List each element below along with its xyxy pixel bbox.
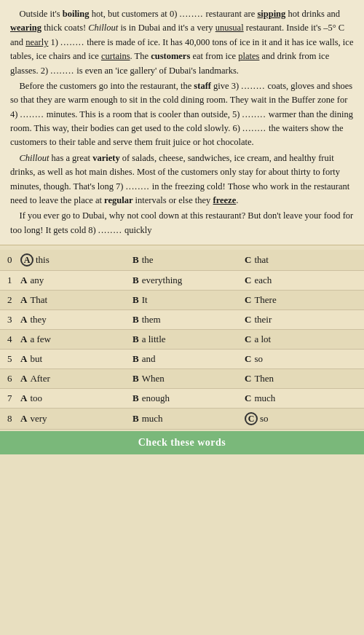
answer-col-1-a[interactable]: A any: [20, 275, 132, 286]
answer-letter-4-b: B: [132, 334, 139, 345]
answer-col-3-c[interactable]: C their: [245, 314, 357, 326]
answer-text-4-c: a lot: [254, 334, 271, 345]
answer-col-8-c[interactable]: C so: [245, 412, 357, 425]
answer-number-1: 1: [7, 275, 20, 286]
answer-col-5-a[interactable]: A but: [20, 353, 132, 365]
answer-letter-3-a: A: [20, 314, 27, 326]
answer-row-0: 0 A this B the C that: [0, 250, 364, 271]
answer-letter-7-a: A: [20, 393, 27, 404]
answer-col-7-a[interactable]: A too: [20, 393, 132, 404]
answer-col-7-b[interactable]: B enough: [132, 393, 245, 404]
answer-number-3: 3: [7, 314, 20, 326]
answer-letter-2-b: B: [132, 294, 139, 306]
answer-col-5-c[interactable]: C so: [245, 353, 357, 365]
answer-text-5-c: so: [254, 353, 263, 365]
answer-letter-7-c: C: [245, 393, 251, 404]
answer-col-5-b[interactable]: B and: [132, 353, 245, 365]
answer-col-6-c[interactable]: C Then: [245, 373, 357, 384]
answer-col-2-a[interactable]: A That: [20, 294, 132, 306]
answer-col-0-b[interactable]: B the: [132, 254, 245, 266]
answer-col-3-a[interactable]: A they: [20, 314, 132, 326]
answer-row-3: 3 A they B them C their: [0, 310, 364, 330]
answer-text-1-a: any: [30, 275, 44, 286]
answer-letter-2-c: C: [245, 294, 251, 306]
answer-letter-0-b: B: [132, 254, 139, 266]
answer-text-8-c: so: [260, 413, 269, 425]
answer-text-2-c: There: [254, 294, 276, 306]
answer-letter-6-c: C: [245, 373, 251, 384]
answer-letter-0-c: C: [245, 254, 251, 266]
answer-text-1-b: everything: [142, 275, 183, 286]
answer-text-8-a: very: [30, 413, 47, 425]
answer-row-1: 1 A any B everything C each: [0, 271, 364, 291]
answer-col-0-a[interactable]: A this: [20, 253, 132, 267]
check-words-bar[interactable]: Check these words: [0, 431, 364, 454]
answer-col-6-a[interactable]: A After: [20, 373, 132, 384]
answer-letter-2-a: A: [20, 294, 27, 306]
answer-col-4-a[interactable]: A a few: [20, 334, 132, 345]
text-passage: Outside it's boiling hot, but customers …: [0, 0, 364, 245]
answer-row-2: 2 A That B It C There: [0, 291, 364, 310]
answer-row-8: 8 A very B much C so: [0, 409, 364, 430]
answer-text-5-a: but: [30, 353, 42, 365]
circle-a-0: A: [20, 253, 33, 267]
answer-col-8-a[interactable]: A very: [20, 413, 132, 425]
paragraph-1: Outside it's boiling hot, but customers …: [10, 7, 354, 78]
answer-col-7-c[interactable]: C much: [245, 393, 357, 404]
answer-row-5: 5 A but B and C so: [0, 350, 364, 369]
answers-section: 0 A this B the C that 1 A any B eve: [0, 245, 364, 430]
paragraph-2: Before the customers go into the restaur…: [10, 79, 354, 150]
answer-text-8-b: much: [142, 413, 163, 425]
answer-letter-4-c: C: [245, 334, 251, 345]
answer-letter-4-a: A: [20, 334, 27, 345]
answer-number-5: 5: [7, 353, 20, 365]
answer-col-1-b[interactable]: B everything: [132, 275, 245, 286]
answer-text-6-c: Then: [254, 373, 274, 384]
answer-text-1-c: each: [254, 275, 272, 286]
answer-number-4: 4: [7, 334, 20, 345]
answer-col-1-c[interactable]: C each: [245, 275, 357, 286]
answer-letter-8-b: B: [132, 413, 139, 425]
answer-col-0-c[interactable]: C that: [245, 254, 357, 266]
answer-col-3-b[interactable]: B them: [132, 314, 245, 326]
answer-text-7-a: too: [30, 393, 42, 404]
answer-col-2-c[interactable]: C There: [245, 294, 357, 306]
answer-col-2-b[interactable]: B It: [132, 294, 245, 306]
answer-col-4-c[interactable]: C a lot: [245, 334, 357, 345]
answer-letter-3-b: B: [132, 314, 139, 326]
answer-text-3-b: them: [142, 314, 161, 326]
answer-letter-3-c: C: [245, 314, 251, 326]
answer-number-8: 8: [7, 413, 20, 425]
answer-col-6-b[interactable]: B When: [132, 373, 245, 384]
answer-text-0-b: the: [142, 254, 154, 266]
answer-letter-1-b: B: [132, 275, 139, 286]
answer-text-0-a: this: [36, 254, 50, 266]
answer-text-3-c: their: [254, 314, 272, 326]
answer-number-0: 0: [7, 254, 20, 266]
answer-letter-6-a: A: [20, 373, 27, 384]
answer-letter-1-c: C: [245, 275, 251, 286]
answer-letter-5-c: C: [245, 353, 251, 365]
answer-text-2-a: That: [30, 294, 47, 306]
paragraph-4: If you ever go to Dubai, why not cool do…: [10, 209, 354, 237]
answer-row-4: 4 A a few B a little C a lot: [0, 330, 364, 350]
answer-letter-7-b: B: [132, 393, 139, 404]
answer-letter-5-a: A: [20, 353, 27, 365]
answer-row-7: 7 A too B enough C much: [0, 389, 364, 409]
answer-col-4-b[interactable]: B a little: [132, 334, 245, 345]
answer-text-4-a: a few: [30, 334, 51, 345]
circle-c-8: C: [245, 412, 258, 425]
answer-letter-5-b: B: [132, 353, 139, 365]
answer-text-7-c: much: [254, 393, 275, 404]
answer-text-6-a: After: [30, 373, 50, 384]
answer-row-6: 6 A After B When C Then: [0, 369, 364, 389]
answer-letter-6-b: B: [132, 373, 139, 384]
answer-letter-8-a: A: [20, 413, 27, 425]
answer-text-2-b: It: [142, 294, 148, 306]
answer-text-6-b: When: [142, 373, 165, 384]
answer-text-3-a: they: [30, 314, 46, 326]
answer-number-2: 2: [7, 294, 20, 306]
answer-text-0-c: that: [254, 254, 269, 266]
answer-number-6: 6: [7, 373, 20, 384]
answer-col-8-b[interactable]: B much: [132, 413, 245, 425]
